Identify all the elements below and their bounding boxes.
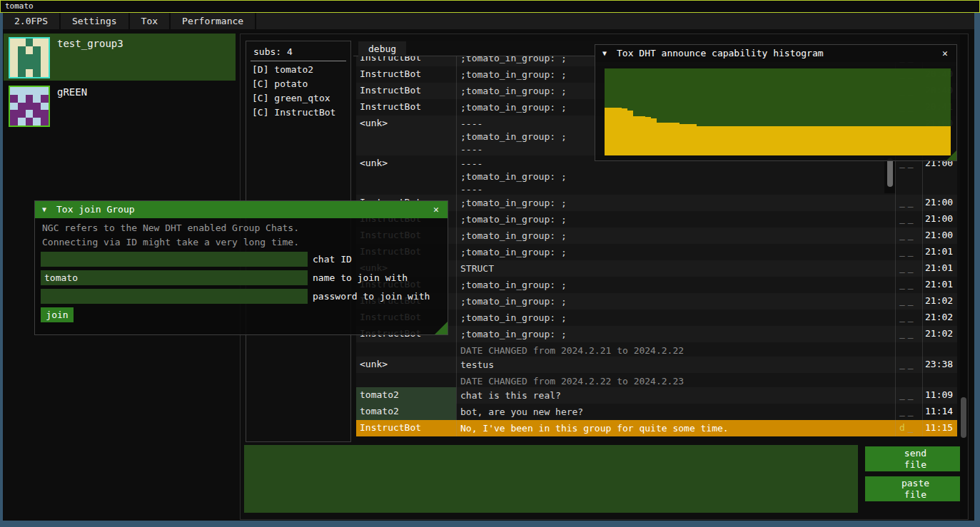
histogram-bar: [841, 126, 847, 155]
main-scrollbar-track[interactable]: [960, 34, 967, 519]
histogram-bar: [627, 111, 633, 155]
histogram-bar: [893, 126, 899, 155]
message-row[interactable]: <unk>----;tomato_in_group: ;----__21:00: [356, 155, 957, 195]
histogram-bar: [691, 124, 697, 155]
menu-item-2-0fps[interactable]: 2.0FPS: [3, 13, 61, 29]
message-sender: <unk>: [356, 116, 456, 155]
message-status: __: [895, 309, 922, 322]
message-status: __: [895, 227, 922, 240]
message-sender: [356, 342, 456, 357]
message-text: ;tomato_in_group: ;: [456, 293, 895, 308]
subs-member-potato[interactable]: [C] potato: [252, 78, 308, 89]
resize-grip[interactable]: [946, 150, 956, 160]
histogram-bar: [829, 126, 835, 155]
menu-item-settings[interactable]: Settings: [61, 13, 130, 29]
column-separator: [456, 56, 457, 436]
group-item-gREEN[interactable]: gREEN: [4, 82, 236, 129]
send-file-button[interactable]: send file: [865, 446, 966, 471]
join-field-chat-id[interactable]: [41, 252, 308, 267]
message-time: 21:01: [922, 244, 957, 257]
message-row[interactable]: InstructBotNo, I've been in this group f…: [356, 420, 957, 436]
histogram-bar: [685, 124, 691, 155]
histogram-bar: [933, 126, 939, 155]
message-text: ----;tomato_in_group: ;----: [456, 155, 895, 196]
group-name: gREEN: [57, 86, 87, 98]
histogram-bar: [870, 126, 876, 155]
message-row[interactable]: tomato2chat is this real?__11:09: [356, 387, 957, 404]
message-status: __: [895, 404, 922, 416]
message-row[interactable]: tomato2bot, are you new here?__11:14: [356, 404, 957, 420]
message-time: 23:38: [922, 357, 957, 369]
message-time: 21:00: [922, 195, 957, 208]
message-text: No, I've been in this group for quite so…: [456, 420, 895, 435]
message-time: 21:02: [922, 326, 957, 339]
histogram-bar: [789, 126, 795, 155]
message-text: testus: [456, 357, 895, 372]
histogram-bar: [847, 126, 852, 155]
histogram-bar: [697, 126, 702, 155]
join-group-titlebar[interactable]: ▼ Tox join Group ✕: [35, 201, 448, 218]
message-text: ;tomato_in_group: ;: [456, 277, 895, 292]
join-group-title: Tox join Group: [56, 201, 135, 218]
histogram-bar: [610, 108, 616, 155]
window-title: tomato: [5, 1, 34, 11]
subs-member-green_qtox[interactable]: [C] green_qtox: [252, 93, 330, 103]
message-status: [895, 342, 922, 344]
histogram-bar: [754, 126, 760, 155]
subs-member-InstructBot[interactable]: [C] InstructBot: [252, 107, 335, 118]
join-button[interactable]: join: [41, 307, 74, 322]
message-status: __: [895, 293, 922, 306]
subs-member-tomato2[interactable]: [D] tomato2: [252, 64, 313, 75]
message-sender: InstructBot: [356, 66, 456, 83]
histogram-bar: [645, 117, 651, 155]
histogram-bar: [927, 126, 933, 155]
join-field-name-to-join-with[interactable]: [41, 270, 308, 285]
subs-count-label: subs: 4: [253, 46, 293, 57]
group-item-test_group3[interactable]: test_group3: [4, 34, 236, 81]
chat-scrollbar-thumb[interactable]: [887, 158, 893, 187]
histogram-bar: [674, 123, 680, 155]
message-text: DATE CHANGED from 2024.2.22 to 2024.2.23: [456, 373, 895, 388]
message-row[interactable]: <unk>testus__23:38: [356, 357, 957, 373]
histogram-bar: [818, 126, 824, 155]
histogram-bar: [726, 126, 732, 155]
tab-debug[interactable]: debug: [358, 41, 406, 56]
collapse-arrow-icon[interactable]: ▼: [602, 45, 607, 62]
menu-item-tox[interactable]: Tox: [130, 13, 171, 29]
message-text: bot, are you new here?: [456, 404, 895, 419]
histogram-bar: [939, 126, 945, 155]
message-time: 21:01: [922, 260, 957, 273]
histogram-bar: [633, 116, 639, 155]
histogram-bar: [858, 126, 864, 155]
date-divider-row[interactable]: DATE CHANGED from 2024.2.22 to 2024.2.23: [356, 373, 957, 387]
message-text: ;tomato_in_group: ;: [456, 309, 895, 324]
dht-histogram-plot: [605, 68, 951, 155]
message-input[interactable]: [244, 445, 858, 513]
dht-histogram-titlebar[interactable]: ▼ Tox DHT announce capability histogram …: [595, 45, 956, 62]
date-divider-row[interactable]: DATE CHANGED from 2024.2.21 to 2024.2.22: [356, 342, 957, 357]
histogram-bar: [702, 126, 708, 155]
histogram-bar: [777, 126, 783, 155]
histogram-bar: [899, 126, 904, 155]
message-sender: <unk>: [356, 155, 456, 195]
message-time: [922, 373, 957, 375]
histogram-bar: [835, 126, 841, 155]
histogram-bar: [662, 123, 668, 155]
collapse-arrow-icon[interactable]: ▼: [42, 201, 46, 218]
histogram-bar: [605, 108, 610, 155]
histogram-bar: [916, 126, 921, 155]
message-status: __: [895, 326, 922, 339]
message-time: 21:00: [922, 211, 957, 224]
close-icon[interactable]: ✕: [429, 201, 443, 218]
resize-grip[interactable]: [435, 322, 448, 334]
message-sender: tomato2: [356, 387, 456, 404]
window-titlebar[interactable]: tomato: [0, 0, 980, 13]
close-icon[interactable]: ✕: [938, 45, 952, 62]
join-info-line: NGC refers to the New DHT enabled Group …: [42, 222, 299, 233]
menu-item-performance[interactable]: Performance: [171, 13, 256, 29]
join-field-password-to-join-with[interactable]: [41, 289, 308, 304]
message-status: __: [895, 357, 922, 369]
message-text: ;tomato_in_group: ;: [456, 244, 895, 259]
main-scrollbar-thumb[interactable]: [961, 397, 966, 438]
paste-file-button[interactable]: paste file: [865, 476, 966, 501]
